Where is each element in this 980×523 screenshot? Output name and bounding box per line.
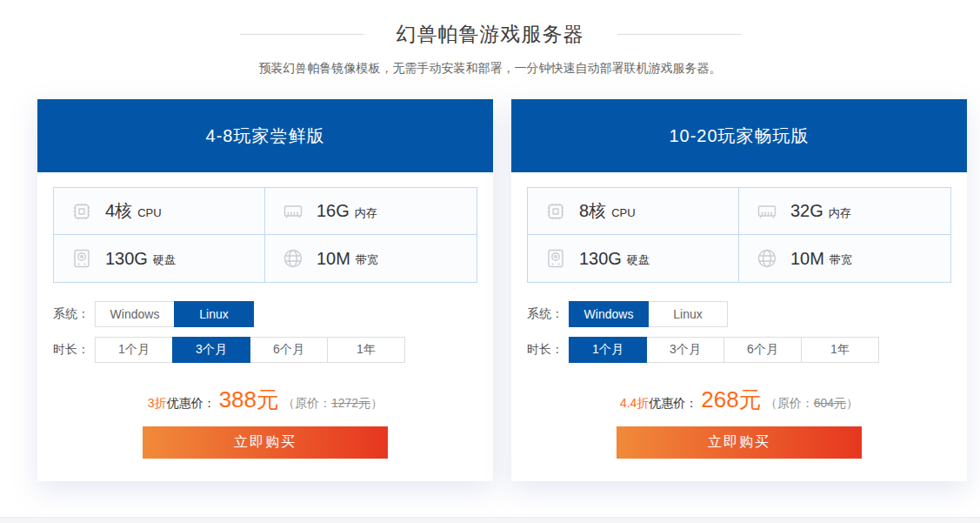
buy-now-button[interactable]: 立即购买	[143, 426, 388, 459]
duration-option-1month[interactable]: 1个月	[569, 337, 647, 363]
system-row-label: 系统：	[53, 306, 95, 322]
price-label: 优惠价：	[649, 396, 697, 410]
duration-row: 时长： 1个月 3个月 6个月 1年	[53, 337, 477, 363]
price-value: 388元	[219, 386, 279, 412]
system-options: Windows Linux	[95, 301, 254, 327]
cpu-icon	[543, 199, 568, 224]
plan-card-starter: 4-8玩家尝鲜版 4核 CPU 16G 内存 130G 硬盘	[37, 99, 493, 481]
system-option-windows[interactable]: Windows	[95, 301, 175, 327]
spec-cell-disk: 130G 硬盘	[528, 235, 739, 282]
disk-icon	[543, 246, 568, 271]
spec-unit: 硬盘	[627, 249, 650, 268]
title-divider-left	[240, 34, 363, 35]
spec-value: 16G	[317, 201, 350, 221]
disk-icon	[70, 246, 94, 271]
page-title: 幻兽帕鲁游戏服务器	[397, 21, 584, 48]
price-line: 3折优惠价：388元（原价：1272元）	[53, 385, 477, 415]
duration-row: 时长： 1个月 3个月 6个月 1年	[527, 337, 951, 363]
system-options: Windows Linux	[569, 301, 728, 327]
title-divider-right	[617, 34, 741, 35]
duration-options: 1个月 3个月 6个月 1年	[95, 337, 405, 363]
price-label: 优惠价：	[167, 396, 216, 410]
bandwidth-icon	[755, 246, 779, 271]
duration-option-1month[interactable]: 1个月	[95, 337, 173, 363]
plan-cards: 4-8玩家尝鲜版 4核 CPU 16G 内存 130G 硬盘	[37, 99, 980, 481]
system-row-label: 系统：	[527, 306, 569, 322]
plan-card-title: 10-20玩家畅玩版	[511, 99, 967, 172]
plan-card-body: 4核 CPU 16G 内存 130G 硬盘 10M 带宽	[37, 172, 493, 481]
bandwidth-icon	[281, 246, 305, 271]
spec-cell-memory: 16G 内存	[265, 188, 477, 235]
spec-cell-cpu: 4核 CPU	[54, 188, 265, 235]
spec-unit: 内存	[355, 202, 377, 221]
spec-unit: CPU	[611, 203, 635, 219]
spec-value: 10M	[790, 249, 824, 269]
system-option-linux[interactable]: Linux	[648, 301, 728, 327]
duration-row-label: 时长：	[53, 342, 95, 358]
memory-icon	[281, 199, 305, 224]
duration-row-label: 时长：	[527, 342, 569, 358]
spec-cell-bandwidth: 10M 带宽	[265, 235, 477, 282]
footer-strip	[0, 517, 980, 523]
original-price-suffix: ）	[370, 396, 383, 410]
spec-grid: 4核 CPU 16G 内存 130G 硬盘 10M 带宽	[53, 187, 477, 283]
duration-option-1year[interactable]: 1年	[801, 337, 879, 363]
duration-option-3month[interactable]: 3个月	[172, 337, 250, 363]
spec-cell-memory: 32G 内存	[739, 188, 950, 235]
spec-value: 4核	[105, 199, 132, 223]
title-row: 幻兽帕鲁游戏服务器	[0, 21, 980, 48]
spec-cell-cpu: 8核 CPU	[528, 188, 739, 235]
buy-now-button[interactable]: 立即购买	[617, 426, 862, 459]
spec-value: 130G	[579, 249, 622, 269]
plan-card-title: 4-8玩家尝鲜版	[37, 99, 493, 172]
spec-value: 10M	[317, 249, 350, 269]
original-price-suffix: ）	[846, 396, 858, 410]
spec-value: 32G	[790, 201, 823, 221]
spec-value: 130G	[105, 249, 148, 269]
spec-grid: 8核 CPU 32G 内存 130G 硬盘 10M 带宽	[527, 187, 951, 283]
spec-unit: 带宽	[356, 249, 378, 268]
original-price: 604元	[814, 396, 846, 410]
plan-card-premium: 10-20玩家畅玩版 8核 CPU 32G 内存 130G 硬盘	[511, 99, 967, 481]
duration-options: 1个月 3个月 6个月 1年	[569, 337, 879, 363]
spec-unit: CPU	[137, 203, 161, 219]
discount-label: 4.4折	[620, 396, 649, 410]
duration-option-1year[interactable]: 1年	[327, 337, 405, 363]
duration-option-6month[interactable]: 6个月	[250, 337, 328, 363]
spec-unit: 内存	[829, 202, 851, 221]
spec-unit: 带宽	[830, 249, 852, 268]
system-option-linux[interactable]: Linux	[174, 301, 254, 327]
original-price: 1272元	[331, 396, 370, 410]
cpu-icon	[70, 199, 94, 224]
duration-option-3month[interactable]: 3个月	[646, 337, 724, 363]
price-line: 4.4折优惠价：268元（原价：604元）	[527, 385, 951, 415]
original-price-prefix: （原价：	[283, 396, 331, 410]
spec-unit: 硬盘	[153, 249, 176, 268]
spec-cell-disk: 130G 硬盘	[54, 235, 265, 282]
page-subtitle: 预装幻兽帕鲁镜像模板，无需手动安装和部署，一分钟快速自动部署联机游戏服务器。	[0, 61, 980, 77]
price-value: 268元	[701, 386, 761, 412]
duration-option-6month[interactable]: 6个月	[723, 337, 802, 363]
system-option-windows[interactable]: Windows	[569, 301, 649, 327]
plan-card-body: 8核 CPU 32G 内存 130G 硬盘 10M 带宽	[511, 172, 967, 481]
system-row: 系统： Windows Linux	[527, 301, 951, 327]
original-price-prefix: （原价：	[765, 396, 814, 410]
memory-icon	[755, 199, 779, 224]
section-header: 幻兽帕鲁游戏服务器 预装幻兽帕鲁镜像模板，无需手动安装和部署，一分钟快速自动部署…	[0, 0, 980, 77]
discount-label: 3折	[148, 396, 167, 410]
spec-cell-bandwidth: 10M 带宽	[739, 235, 950, 282]
system-row: 系统： Windows Linux	[53, 301, 477, 327]
spec-value: 8核	[579, 199, 606, 223]
